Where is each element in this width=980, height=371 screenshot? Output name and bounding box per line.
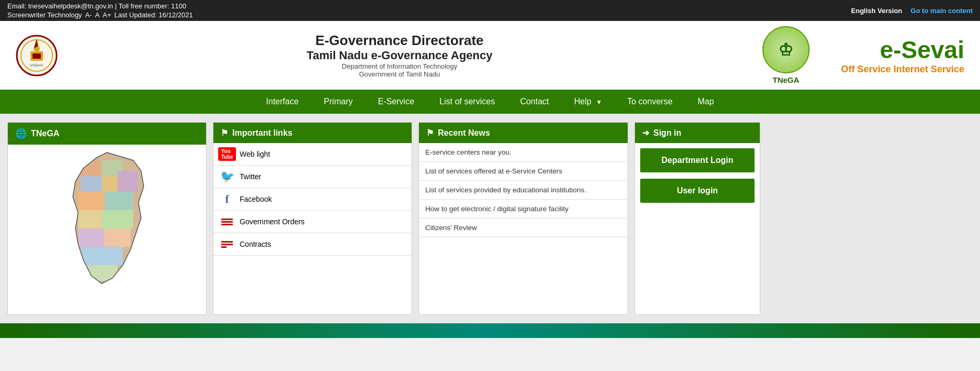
link-facebook[interactable]: f Facebook bbox=[213, 188, 412, 211]
news-item-0[interactable]: E-service centers near you. bbox=[419, 143, 628, 162]
link-govt-orders[interactable]: Government Orders bbox=[213, 211, 412, 233]
nav-primary[interactable]: Primary bbox=[311, 90, 365, 114]
links-panel-header: ⚑ Important links bbox=[213, 123, 412, 143]
facebook-icon: f bbox=[220, 193, 234, 205]
news-panel: ⚑ Recent News E-service centers near you… bbox=[418, 122, 628, 315]
tnega-panel-body bbox=[8, 145, 206, 291]
news-item-1[interactable]: List of services offered at e-Service Ce… bbox=[419, 162, 628, 181]
org-subtitle: Tamil Nadu e-Governance Agency bbox=[68, 49, 731, 62]
tn-map-svg bbox=[49, 150, 165, 286]
news-bookmark-icon: ⚑ bbox=[426, 128, 434, 138]
svg-rect-18 bbox=[104, 228, 131, 247]
links-panel-body: YouTube Web light 🐦 Twitter f Facebook bbox=[213, 143, 412, 256]
youtube-icon: YouTube bbox=[220, 148, 234, 160]
top-bar-right: English Version Go to main content bbox=[851, 7, 973, 15]
svg-rect-19 bbox=[81, 247, 123, 265]
top-bar: Email: tnesevaihelpdesk@tn.gov.in | Toll… bbox=[0, 0, 980, 21]
goto-main-link[interactable]: Go to main content bbox=[911, 7, 973, 15]
weblight-label: Web light bbox=[240, 150, 270, 158]
dept2: Government of Tamil Nadu bbox=[68, 70, 731, 78]
globe-icon: 🌐 bbox=[15, 128, 27, 139]
org-title: E-Governance Directorate bbox=[68, 32, 731, 49]
svg-rect-14 bbox=[104, 192, 133, 210]
contracts-icon bbox=[220, 238, 234, 250]
english-version-label: English Version bbox=[851, 7, 902, 15]
header-text: E-Governance Directorate Tamil Nadu e-Go… bbox=[68, 32, 731, 78]
svg-rect-13 bbox=[78, 192, 104, 210]
dept1: Department of Information Technology bbox=[68, 62, 731, 70]
bookmark-icon: ⚑ bbox=[221, 128, 228, 138]
svg-rect-20 bbox=[86, 265, 117, 281]
nega-symbol: ♔ bbox=[778, 40, 793, 60]
signin-panel-header: ➔ Sign in bbox=[635, 123, 760, 143]
link-contracts[interactable]: Contracts bbox=[213, 233, 412, 256]
nav-eservice[interactable]: E-Service bbox=[365, 90, 427, 114]
brand-subtitle: Off Service Internet Service bbox=[841, 64, 964, 75]
tnega-panel-header: 🌐 TNeGA bbox=[8, 123, 206, 145]
tnega-panel-title: TNeGA bbox=[31, 129, 59, 138]
org-logo: தமிழ்நாடு bbox=[16, 35, 58, 77]
top-bar-info: Email: tnesevaihelpdesk@tn.gov.in | Toll… bbox=[7, 2, 193, 19]
font-plus-btn[interactable]: A+ bbox=[103, 11, 111, 19]
nav-converse[interactable]: To converse bbox=[615, 90, 685, 114]
link-weblight[interactable]: YouTube Web light bbox=[213, 143, 412, 166]
svg-rect-17 bbox=[78, 228, 104, 247]
twitter-icon: 🐦 bbox=[220, 171, 234, 182]
svg-rect-5 bbox=[33, 53, 41, 59]
govt-orders-label: Government Orders bbox=[240, 217, 305, 226]
nav-help[interactable]: Help ▼ bbox=[562, 90, 615, 114]
user-login-button[interactable]: User login bbox=[640, 179, 755, 203]
svg-rect-10 bbox=[81, 176, 102, 192]
tnega-panel: 🌐 TNeGA bbox=[7, 122, 207, 315]
twitter-label: Twitter bbox=[240, 172, 261, 181]
news-item-3[interactable]: How to get electronic / digital signatur… bbox=[419, 200, 628, 219]
main-content: 🌐 TNeGA bbox=[0, 114, 980, 323]
svg-rect-12 bbox=[117, 171, 138, 192]
nega-logo: ♔ bbox=[762, 26, 810, 73]
dept-login-button[interactable]: Department Login bbox=[640, 148, 755, 172]
news-panel-header: ⚑ Recent News bbox=[419, 123, 628, 143]
svg-text:தமிழ்நாடு: தமிழ்நாடு bbox=[30, 63, 43, 67]
help-dropdown-arrow: ▼ bbox=[596, 99, 602, 106]
footer-bar bbox=[0, 323, 980, 338]
nega-logo-section: ♔ TNeGA bbox=[762, 26, 810, 84]
svg-point-6 bbox=[34, 47, 40, 51]
email-toll-label: Email: tnesevaihelpdesk@tn.gov.in | Toll… bbox=[7, 2, 193, 10]
news-item-4[interactable]: Citizens' Review bbox=[419, 219, 628, 237]
news-panel-body: E-service centers near you. List of serv… bbox=[419, 143, 628, 237]
font-minus-btn[interactable]: A- bbox=[85, 11, 92, 19]
header: தமிழ்நாடு E-Governance Directorate Tamil… bbox=[0, 21, 980, 90]
nav-contact[interactable]: Contact bbox=[508, 90, 562, 114]
links-panel: ⚑ Important links YouTube Web light 🐦 Tw… bbox=[213, 122, 412, 315]
svg-rect-16 bbox=[102, 210, 133, 228]
brand-title: e-Sevai bbox=[841, 36, 964, 64]
signin-panel-title: Sign in bbox=[653, 128, 681, 138]
nav-list-services[interactable]: List of services bbox=[427, 90, 508, 114]
nav-map[interactable]: Map bbox=[685, 90, 727, 114]
news-panel-title: Recent News bbox=[438, 128, 490, 138]
links-panel-title: Important links bbox=[232, 128, 293, 138]
nega-label: TNeGA bbox=[772, 75, 799, 84]
brand-section: e-Sevai Off Service Internet Service bbox=[841, 36, 964, 75]
signin-panel: ➔ Sign in Department Login User login bbox=[634, 122, 760, 315]
last-updated-label: Last Updated: 16/12/2021 bbox=[114, 11, 193, 19]
nav-interface[interactable]: Interface bbox=[253, 90, 311, 114]
link-twitter[interactable]: 🐦 Twitter bbox=[213, 166, 412, 188]
font-normal-btn[interactable]: A bbox=[95, 11, 100, 19]
news-item-2[interactable]: List of services provided by educational… bbox=[419, 181, 628, 200]
screenwriter-label: Screenwriter Technology bbox=[7, 11, 82, 19]
accessibility-controls: Screenwriter Technology A- A A+ Last Upd… bbox=[7, 11, 193, 19]
signin-arrow-icon: ➔ bbox=[642, 128, 649, 138]
facebook-label: Facebook bbox=[240, 195, 272, 203]
contracts-label: Contracts bbox=[240, 240, 271, 248]
svg-rect-15 bbox=[78, 210, 102, 228]
signin-panel-body: Department Login User login bbox=[635, 143, 760, 214]
govt-orders-icon bbox=[220, 216, 234, 227]
main-nav: Interface Primary E-Service List of serv… bbox=[0, 90, 980, 114]
